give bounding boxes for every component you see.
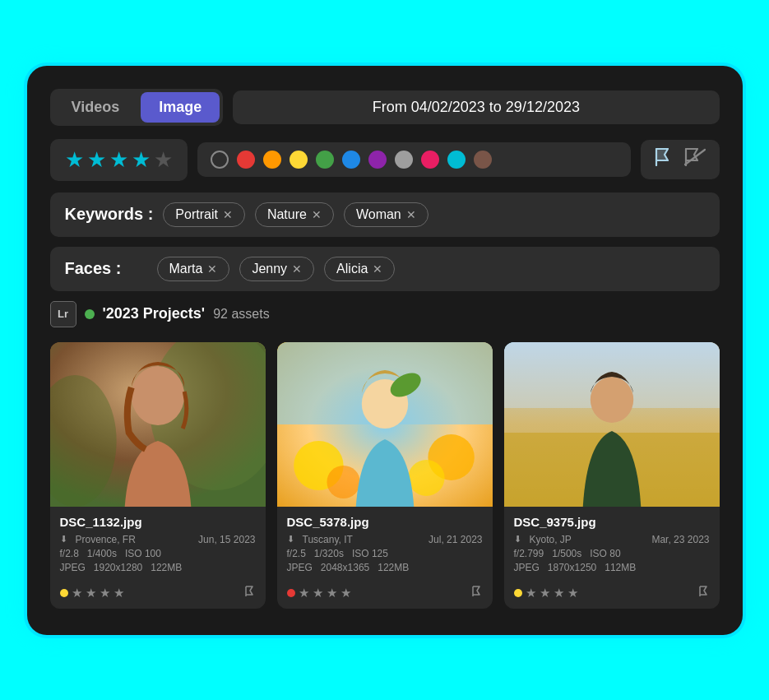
- star-1[interactable]: ★: [65, 147, 84, 173]
- svg-point-10: [327, 466, 359, 498]
- color-purple[interactable]: [368, 151, 387, 169]
- remove-marta-icon[interactable]: ✕: [207, 262, 217, 276]
- card-info-3: DSC_9375.jpg ⬇ Kyoto, JP Mar, 23 2023 f/…: [504, 507, 720, 581]
- color-yellow[interactable]: [290, 151, 308, 169]
- remove-nature-icon[interactable]: ✕: [312, 208, 322, 221]
- card-flag-1[interactable]: [244, 586, 256, 600]
- face-chip-jenny[interactable]: Jenny ✕: [239, 257, 314, 281]
- card-info-2: DSC_5378.jpg ⬇ Tuscany, IT Jul, 21 2023 …: [277, 507, 493, 581]
- photo-thumb-1: [50, 342, 266, 507]
- color-none[interactable]: [211, 151, 229, 169]
- card-footer-2: ★ ★ ★ ★: [277, 581, 493, 609]
- remove-woman-icon[interactable]: ✕: [406, 208, 416, 221]
- keyword-chip-woman[interactable]: Woman ✕: [344, 202, 429, 227]
- lr-badge: Lr: [50, 301, 76, 327]
- remove-jenny-icon[interactable]: ✕: [292, 262, 302, 276]
- online-dot: [85, 309, 95, 319]
- meta-exposure-3: f/2.799 1/500s ISO 80: [514, 548, 710, 559]
- card-info-1: DSC_1132.jpg ⬇ Provence, FR Jun, 15 2023…: [50, 507, 266, 581]
- face-chip-marta[interactable]: Marta ✕: [157, 257, 230, 281]
- face-chip-alicia[interactable]: Alicia ✕: [324, 257, 395, 281]
- meta-location-1: ⬇ Provence, FR Jun, 15 2023: [60, 534, 256, 545]
- color-filter-block: [197, 142, 631, 177]
- meta-location-3: ⬇ Kyoto, JP Mar, 23 2023: [514, 534, 710, 545]
- star-5[interactable]: ★: [154, 147, 173, 173]
- filename-1: DSC_1132.jpg: [60, 515, 256, 529]
- remove-portrait-icon[interactable]: ✕: [223, 208, 233, 221]
- filter-row: ★ ★ ★ ★ ★: [50, 139, 720, 181]
- color-pink[interactable]: [421, 151, 439, 169]
- flag-block: [641, 140, 720, 179]
- media-toggle: Videos Image: [50, 89, 224, 126]
- card-flag-3[interactable]: [698, 586, 710, 600]
- image-card-1[interactable]: DSC_1132.jpg ⬇ Provence, FR Jun, 15 2023…: [50, 342, 266, 609]
- app-container: Videos Image From 04/02/2023 to 29/12/20…: [27, 66, 743, 635]
- top-bar: Videos Image From 04/02/2023 to 29/12/20…: [50, 89, 720, 126]
- rating-dot-3: [514, 589, 522, 597]
- color-cyan[interactable]: [447, 151, 466, 169]
- rating-dot-1: [60, 589, 68, 597]
- meta-file-2: JPEG 2048x1365 122MB: [287, 562, 483, 573]
- star-4[interactable]: ★: [132, 147, 151, 173]
- meta-exposure-2: f/2.5 1/320s ISO 125: [287, 548, 483, 559]
- color-green[interactable]: [316, 151, 334, 169]
- card-footer-1: ★ ★ ★ ★: [50, 581, 266, 609]
- keyword-chip-portrait[interactable]: Portrait ✕: [163, 202, 245, 227]
- faces-label: Faces :: [65, 259, 147, 278]
- catalog-row: Lr '2023 Projects' 92 assets: [50, 301, 720, 327]
- date-range: From 04/02/2023 to 29/12/2023: [233, 90, 719, 124]
- card-footer-3: ★ ★ ★ ★: [504, 581, 720, 609]
- card-rating-2[interactable]: ★ ★ ★ ★: [287, 586, 351, 600]
- card-flag-2[interactable]: [471, 586, 483, 600]
- keywords-label: Keywords :: [65, 205, 154, 224]
- card-rating-1[interactable]: ★ ★ ★ ★: [60, 586, 124, 600]
- color-blue[interactable]: [342, 151, 360, 169]
- image-card-3[interactable]: DSC_9375.jpg ⬇ Kyoto, JP Mar, 23 2023 f/…: [504, 342, 720, 609]
- toggle-image[interactable]: Image: [141, 92, 220, 123]
- svg-point-11: [408, 460, 444, 496]
- flag-off-icon[interactable]: [683, 148, 706, 171]
- meta-file-1: JPEG 1920x1280 122MB: [60, 562, 256, 573]
- meta-exposure-1: f/2.8 1/400s ISO 100: [60, 548, 256, 559]
- faces-row: Faces : Marta ✕ Jenny ✕ Alicia ✕: [50, 247, 720, 291]
- card-rating-3[interactable]: ★ ★ ★ ★: [514, 586, 578, 600]
- remove-alicia-icon[interactable]: ✕: [373, 262, 382, 276]
- catalog-title: '2023 Projects': [103, 305, 206, 322]
- svg-point-17: [590, 377, 632, 423]
- star-3[interactable]: ★: [109, 147, 128, 173]
- color-orange[interactable]: [263, 151, 281, 169]
- color-gray[interactable]: [395, 151, 413, 169]
- keyword-chip-nature[interactable]: Nature ✕: [255, 202, 334, 227]
- meta-location-2: ⬇ Tuscany, IT Jul, 21 2023: [287, 534, 483, 545]
- keywords-row: Keywords : Portrait ✕ Nature ✕ Woman ✕: [50, 192, 720, 237]
- rating-block[interactable]: ★ ★ ★ ★ ★: [50, 139, 188, 181]
- image-grid: DSC_1132.jpg ⬇ Provence, FR Jun, 15 2023…: [50, 342, 720, 609]
- rating-dot-2: [287, 589, 295, 597]
- meta-file-3: JPEG 1870x1250 112MB: [514, 562, 710, 573]
- image-card-2[interactable]: DSC_5378.jpg ⬇ Tuscany, IT Jul, 21 2023 …: [277, 342, 493, 609]
- flag-on-icon[interactable]: [654, 148, 674, 171]
- color-red[interactable]: [237, 151, 255, 169]
- photo-thumb-3: [504, 342, 720, 507]
- toggle-videos[interactable]: Videos: [53, 92, 138, 123]
- color-brown[interactable]: [474, 151, 492, 169]
- star-2[interactable]: ★: [87, 147, 106, 173]
- photo-thumb-2: [277, 342, 493, 507]
- catalog-count: 92 assets: [213, 307, 269, 322]
- filename-3: DSC_9375.jpg: [514, 515, 710, 529]
- svg-point-4: [131, 366, 183, 425]
- filename-2: DSC_5378.jpg: [287, 515, 483, 529]
